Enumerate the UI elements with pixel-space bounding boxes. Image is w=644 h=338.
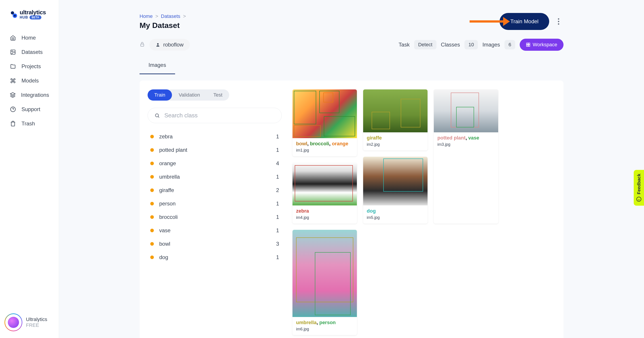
image-filename: im4.jpg bbox=[296, 215, 353, 220]
image-card[interactable]: dog im5.jpg bbox=[363, 157, 428, 224]
classes-value: 10 bbox=[464, 40, 478, 50]
class-dot-icon bbox=[150, 256, 154, 259]
svg-point-6 bbox=[558, 18, 559, 20]
beta-badge: BETA bbox=[30, 16, 42, 20]
chevron-right-icon: > bbox=[183, 14, 186, 19]
chevron-right-icon: > bbox=[156, 14, 158, 19]
task-label: Task bbox=[399, 42, 410, 48]
layers-icon bbox=[10, 92, 16, 98]
class-dot-icon bbox=[150, 135, 154, 138]
search-box[interactable] bbox=[148, 108, 282, 123]
svg-point-8 bbox=[558, 23, 559, 24]
svg-rect-11 bbox=[526, 43, 528, 45]
svg-point-4 bbox=[12, 51, 12, 52]
sidebar-item-trash[interactable]: Trash bbox=[0, 116, 59, 131]
command-icon bbox=[10, 78, 16, 84]
class-item[interactable]: broccoli1 bbox=[148, 210, 282, 224]
svg-rect-9 bbox=[141, 44, 144, 46]
class-item[interactable]: bowl3 bbox=[148, 237, 282, 250]
image-card[interactable]: potted plant, vase im3.jpg bbox=[434, 90, 498, 224]
dots-vertical-icon bbox=[558, 18, 560, 25]
sidebar-item-projects[interactable]: Projects bbox=[0, 59, 59, 74]
content-card: Train Validation Test zebra1 potted plan… bbox=[140, 80, 564, 338]
image-icon bbox=[10, 49, 16, 55]
task-value: Detect bbox=[414, 40, 436, 50]
class-item[interactable]: zebra1 bbox=[148, 130, 282, 143]
class-item[interactable]: orange4 bbox=[148, 157, 282, 170]
bbox bbox=[383, 158, 423, 192]
bbox bbox=[323, 92, 333, 102]
image-thumbnail bbox=[434, 90, 498, 132]
class-dot-icon bbox=[150, 202, 154, 206]
class-item[interactable]: giraffe2 bbox=[148, 184, 282, 197]
image-thumbnail bbox=[363, 157, 428, 206]
class-item[interactable]: potted plant1 bbox=[148, 143, 282, 157]
breadcrumb-home[interactable]: Home bbox=[140, 14, 153, 19]
bbox bbox=[372, 112, 390, 129]
nav-label: Trash bbox=[22, 120, 35, 127]
image-card[interactable]: umbrella, person im6.jpg bbox=[292, 230, 357, 335]
bbox bbox=[324, 116, 355, 136]
tab-images[interactable]: Images bbox=[140, 58, 175, 74]
image-card[interactable]: zebra im4.jpg bbox=[292, 162, 357, 224]
svg-rect-12 bbox=[528, 43, 530, 45]
class-item[interactable]: vase1 bbox=[148, 224, 282, 237]
image-filename: im3.jpg bbox=[438, 142, 495, 147]
split-validation[interactable]: Validation bbox=[172, 90, 206, 100]
brand-name: ultralytics bbox=[20, 9, 46, 16]
nav-label: Datasets bbox=[22, 49, 43, 55]
image-labels: giraffe bbox=[367, 135, 424, 141]
owner-pill[interactable]: roboflow bbox=[149, 39, 190, 50]
class-dot-icon bbox=[150, 229, 154, 232]
image-card[interactable]: bowl, broccoli, orange im1.jpg bbox=[292, 90, 357, 156]
svg-point-10 bbox=[157, 43, 159, 45]
nav-label: Models bbox=[22, 78, 39, 84]
class-dot-icon bbox=[150, 215, 154, 219]
sidebar-item-datasets[interactable]: Datasets bbox=[0, 45, 59, 59]
svg-point-7 bbox=[558, 21, 559, 22]
image-thumbnail bbox=[292, 90, 357, 138]
sidebar-footer[interactable]: Ultralytics FREE bbox=[0, 307, 59, 338]
workspace-button[interactable]: Workspace bbox=[520, 39, 564, 51]
sidebar-item-models[interactable]: Models bbox=[0, 74, 59, 88]
sidebar-item-integrations[interactable]: Integrations bbox=[0, 88, 59, 102]
image-labels: zebra bbox=[296, 208, 353, 214]
sidebar-item-home[interactable]: Home bbox=[0, 31, 59, 45]
owner-name: roboflow bbox=[163, 42, 184, 48]
nav-label: Support bbox=[22, 106, 40, 112]
image-card[interactable]: giraffe im2.jpg bbox=[363, 90, 428, 150]
image-filename: im1.jpg bbox=[296, 148, 353, 153]
feedback-tab[interactable]: Feedback bbox=[634, 170, 644, 206]
split-test[interactable]: Test bbox=[206, 90, 229, 100]
image-labels: bowl, broccoli, orange bbox=[296, 141, 353, 147]
class-item[interactable]: person1 bbox=[148, 197, 282, 210]
search-input[interactable] bbox=[164, 112, 275, 119]
user-icon bbox=[156, 42, 160, 47]
svg-rect-14 bbox=[528, 45, 530, 46]
image-thumbnail bbox=[363, 90, 428, 132]
class-dot-icon bbox=[150, 242, 154, 246]
bbox bbox=[401, 99, 420, 128]
workspace-label: Workspace bbox=[533, 42, 557, 48]
search-icon bbox=[154, 113, 160, 118]
breadcrumb-datasets[interactable]: Datasets bbox=[161, 14, 180, 19]
logo[interactable]: ultralytics HUB BETA bbox=[10, 9, 52, 20]
annotation-arrow bbox=[470, 17, 510, 26]
image-filename: im2.jpg bbox=[367, 142, 424, 147]
home-icon bbox=[10, 35, 16, 41]
left-panel: Train Validation Test zebra1 potted plan… bbox=[148, 90, 282, 335]
svg-rect-13 bbox=[526, 45, 528, 46]
svg-point-15 bbox=[156, 114, 158, 117]
lock-icon bbox=[140, 42, 145, 48]
class-item[interactable]: dog1 bbox=[148, 250, 282, 264]
split-train[interactable]: Train bbox=[148, 90, 172, 100]
bbox bbox=[456, 107, 474, 128]
svg-point-16 bbox=[636, 197, 641, 202]
class-item[interactable]: umbrella1 bbox=[148, 170, 282, 184]
sidebar: ultralytics HUB BETA Home Datasets Proje… bbox=[0, 0, 59, 338]
class-dot-icon bbox=[150, 188, 154, 192]
bbox bbox=[315, 252, 350, 315]
more-options-button[interactable] bbox=[554, 16, 564, 26]
split-selector: Train Validation Test bbox=[148, 90, 229, 100]
sidebar-item-support[interactable]: Support bbox=[0, 102, 59, 116]
